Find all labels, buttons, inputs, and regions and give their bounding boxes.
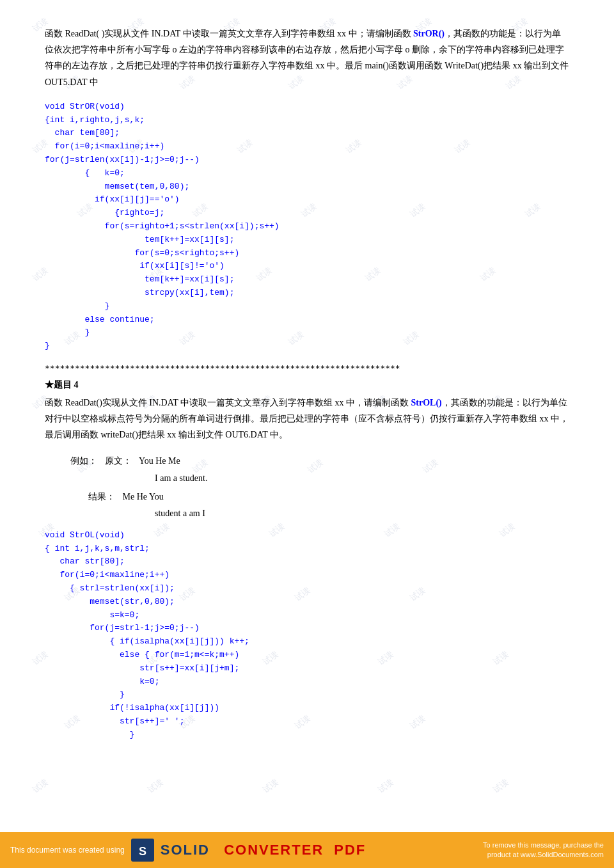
footer-logo-area: SOLID CONVERTER PDF — [161, 842, 366, 858]
main-content: 函数 ReadDat( )实现从文件 IN.DAT 中读取一篇英文文章存入到字符… — [0, 0, 614, 765]
example-row-result-line2: student a am I — [70, 505, 569, 523]
watermark: 试读 — [491, 777, 511, 796]
example-block: 例如： 原文： You He Me I am a student. 结果： Me… — [70, 453, 569, 522]
footer-pdf-label: PDF — [334, 842, 366, 858]
footer-bar: This document was created using S SOLID … — [0, 832, 614, 868]
svg-text:S: S — [139, 845, 146, 858]
section3-intro: 函数 ReadDat( )实现从文件 IN.DAT 中读取一篇英文文章存入到字符… — [45, 26, 569, 90]
footer-right-text: To remove this message, purchase theprod… — [483, 840, 604, 860]
footer-left-text: This document was created using — [10, 846, 125, 855]
code-block-2: void StrOL(void) { int i,j,k,s,m,strl; c… — [45, 529, 569, 742]
example-row-result-label: 结果： Me He You — [70, 489, 569, 506]
code-block-1: void StrOR(void) {int i,righto,j,s,k; ch… — [45, 100, 569, 353]
footer-solid-label: SOLID — [161, 842, 210, 858]
watermark: 试读 — [260, 777, 281, 796]
solid-converter-icon: S — [131, 839, 154, 862]
footer-converter-label: CONVERTER — [224, 842, 324, 858]
section4-intro: 函数 ReadDat()实现从文件 IN.DAT 中读取一篇英文文章存入到字符串… — [45, 395, 569, 443]
example-row-original-line2: I am a student. — [70, 470, 569, 487]
watermark: 试读 — [30, 777, 51, 796]
example-row-original-label: 例如： 原文： You He Me — [70, 453, 569, 470]
section4-title: ★题目 4 — [45, 379, 569, 391]
watermark: 试读 — [375, 777, 396, 796]
watermark: 试读 — [145, 777, 166, 796]
divider-stars: ****************************************… — [45, 363, 569, 373]
